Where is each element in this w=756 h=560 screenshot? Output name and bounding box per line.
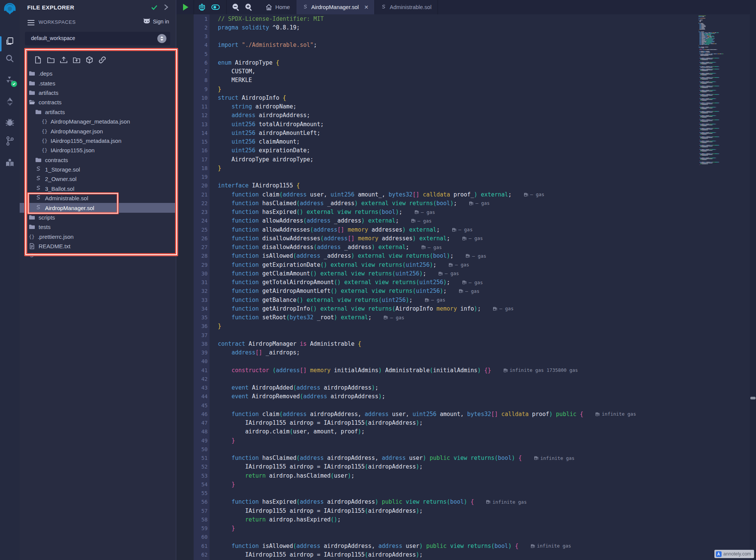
zoom-out-icon[interactable] (231, 3, 241, 12)
toggle-icon[interactable] (211, 3, 220, 12)
code-line[interactable]: 35 function setRoot(bytes32 _root) exter… (176, 313, 697, 322)
code-line[interactable]: 21 function claim(address user, uint256 … (176, 190, 697, 199)
tree-item-AirdropManager.sol[interactable]: AirdropManager.sol (20, 203, 176, 212)
code-line[interactable]: 22 function hasClaimed(address _address)… (176, 199, 697, 207)
code-line[interactable]: 6enum AirdropType { (176, 58, 697, 67)
new-file-icon[interactable] (34, 56, 42, 64)
remix-logo[interactable] (3, 2, 17, 17)
code-line[interactable]: 27 function disallowAddress(address _add… (176, 243, 697, 252)
code-line[interactable]: 34 function getAirdropInfo() external vi… (176, 304, 697, 313)
code-line[interactable]: 59 } (176, 524, 697, 533)
code-line[interactable]: 40 (176, 357, 697, 366)
remixai-robot-icon[interactable] (197, 3, 206, 12)
ipfs-box-icon[interactable] (85, 56, 93, 64)
code-line[interactable]: 17 AirdropType airdropType; (176, 155, 697, 164)
code-line[interactable]: 23 function hasExpired() external view r… (176, 208, 697, 217)
code-line[interactable]: 24 function allowAddress(address _addres… (176, 217, 697, 225)
code-line[interactable]: 10struct AirdropInfo { (176, 93, 697, 102)
code-line[interactable]: 14 uint256 airdropAmountLeft; (176, 128, 697, 137)
code-line[interactable]: 30 function getClaimAmount() external vi… (176, 269, 697, 278)
code-line[interactable]: 54 } (176, 480, 697, 489)
minimap[interactable] (697, 14, 750, 560)
upload-file-icon[interactable] (60, 56, 68, 64)
code-line[interactable]: 16 uint256 expirationDate; (176, 146, 697, 155)
scrollbar-thumb[interactable] (750, 397, 756, 399)
code-line[interactable]: 44 event AirdropRemoved(address airdropA… (176, 392, 697, 401)
tab-home[interactable]: Home (260, 0, 295, 14)
code-line[interactable]: 31 function getTotalAirdropAmount() exte… (176, 278, 697, 287)
file-explorer-icon[interactable] (5, 36, 15, 46)
code-line[interactable]: 25 function allowAddresses(address[] mem… (176, 225, 697, 234)
tree-item-IAirdrop1155_metadata.json[interactable]: {}IAirdrop1155_metadata.json (20, 136, 176, 145)
code-line[interactable]: 52 IAirdrop1155 airdrop = IAirdrop1155(a… (176, 463, 697, 471)
code-line[interactable]: 32 function getAirdropAmountLeft() exter… (176, 287, 697, 295)
code-line[interactable]: 19 (176, 173, 697, 181)
code-line[interactable]: 56 function hasExpired(address airdropAd… (176, 498, 697, 506)
close-tab-icon[interactable]: ✕ (364, 4, 369, 10)
tree-item[interactable] (20, 251, 176, 260)
tree-item-.deps[interactable]: .deps (20, 69, 176, 78)
code-line[interactable]: 33 function getBalance() external view r… (176, 295, 697, 304)
code-line[interactable]: 11 string airdropName; (176, 102, 697, 111)
code-line[interactable]: 41 constructor (address[] memory initial… (176, 366, 697, 374)
code-line[interactable]: 62 IAirdrop1155 airdrop = IAirdrop1155(a… (176, 550, 697, 559)
tree-item-3_Ballot.sol[interactable]: 3_Ballot.sol (20, 184, 176, 193)
code-line[interactable]: 4import "./Administrable.sol"; (176, 41, 697, 50)
tree-item-.prettierrc.json[interactable]: {}.prettierrc.json (20, 232, 176, 241)
new-folder-icon[interactable] (47, 56, 55, 64)
code-line[interactable]: 36} (176, 322, 697, 331)
run-play-icon[interactable] (181, 3, 190, 12)
code-line[interactable]: 12 address airdropAddress; (176, 111, 697, 120)
code-line[interactable]: 29 function getExpirationDate() external… (176, 260, 697, 269)
code-line[interactable]: 18} (176, 164, 697, 172)
deploy-run-icon[interactable] (5, 97, 15, 107)
code-line[interactable]: 1// SPDX-License-Identifier: MIT (176, 14, 697, 23)
code-line[interactable]: 26 function disallowAddresses(address[] … (176, 234, 697, 243)
code-editor[interactable]: 1// SPDX-License-Identifier: MIT2pragma … (176, 14, 697, 560)
zoom-in-icon[interactable] (244, 3, 253, 12)
tree-item-Administrable.sol[interactable]: Administrable.sol (20, 193, 176, 203)
code-line[interactable]: 20interface IAirdrop1155 { (176, 181, 697, 190)
tree-item-.states[interactable]: .states (20, 78, 176, 88)
github-signin-button[interactable]: Sign in (143, 18, 169, 25)
solidity-compiler-icon[interactable] (5, 76, 15, 85)
code-line[interactable]: 42 (176, 374, 697, 383)
code-line[interactable]: 47 IAirdrop1155 airdrop = IAirdrop1155(a… (176, 419, 697, 427)
code-line[interactable]: 39 address[] _airdrops; (176, 348, 697, 357)
tree-item-README.txt[interactable]: README.txt (20, 241, 176, 251)
code-line[interactable]: 2pragma solidity ^0.8.19; (176, 23, 697, 32)
tab-AirdropManager.sol[interactable]: AirdropManager.sol✕ (297, 0, 375, 14)
code-line[interactable]: 53 return airdrop.hasClaimed(user); (176, 471, 697, 480)
code-line[interactable]: 46 function claim(address airdropAddress… (176, 410, 697, 418)
tree-item-AirdropManager.json[interactable]: {}AirdropManager.json (20, 126, 176, 136)
code-line[interactable]: 55 (176, 489, 697, 498)
tree-item-AirdropManager_metadata.json[interactable]: {}AirdropManager_metadata.json (20, 117, 176, 126)
upload-folder-icon[interactable] (73, 56, 81, 64)
code-line[interactable]: 57 IAirdrop1155 airdrop = IAirdrop1155(a… (176, 506, 697, 515)
collapse-panel-chevron-icon[interactable] (163, 4, 169, 11)
code-line[interactable]: 60 (176, 533, 697, 541)
code-line[interactable]: 13 uint256 totalAirdropAmount; (176, 120, 697, 128)
learneth-icon[interactable] (5, 158, 15, 168)
code-line[interactable]: 45 (176, 401, 697, 410)
workspace-select[interactable]: default_workspace (25, 32, 170, 45)
code-line[interactable]: 43 event AirdropAdded(address airdropAdd… (176, 384, 697, 392)
code-line[interactable]: 9} (176, 85, 697, 93)
code-line[interactable]: 28 function isAllowed(address _address) … (176, 252, 697, 260)
code-line[interactable]: 51 function hasClaimed(address airdropAd… (176, 454, 697, 463)
tree-item-tests[interactable]: tests (20, 222, 176, 232)
tree-item-2_Owner.sol[interactable]: 2_Owner.sol (20, 174, 176, 184)
tree-item-1_Storage.sol[interactable]: 1_Storage.sol (20, 165, 176, 174)
tab-Administrable.sol[interactable]: Administrable.sol (375, 0, 438, 14)
code-line[interactable]: 3 (176, 32, 697, 41)
code-line[interactable]: 15 uint256 claimAmount; (176, 138, 697, 146)
tree-item-IAirdrop1155.json[interactable]: {}IAirdrop1155.json (20, 145, 176, 155)
tree-item-artifacts[interactable]: artifacts (20, 107, 176, 117)
code-line[interactable]: 5 (176, 50, 697, 58)
code-line[interactable]: 7 CUSTOM, (176, 67, 697, 76)
code-line[interactable]: 61 function isAllowed(address airdropAdd… (176, 541, 697, 550)
code-line[interactable]: 38contract AirdropManager is Administrab… (176, 339, 697, 348)
code-line[interactable]: 37 (176, 331, 697, 339)
tree-item-contracts[interactable]: contracts (20, 155, 176, 165)
code-line[interactable]: 8 MERKLE (176, 76, 697, 85)
